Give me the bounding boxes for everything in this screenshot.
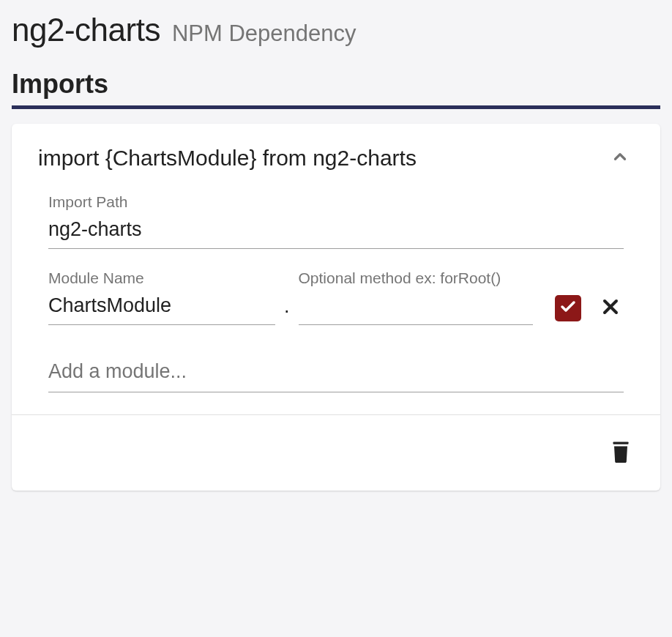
confirm-button[interactable] xyxy=(555,295,581,321)
module-row: Module Name . Optional method ex: forRoo… xyxy=(48,269,624,325)
import-path-label: Import Path xyxy=(48,193,624,211)
import-summary: import {ChartsModule} from ng2-charts xyxy=(38,146,417,171)
collapse-button[interactable] xyxy=(606,143,634,173)
package-name: ng2-charts xyxy=(12,12,160,48)
module-name-field: Module Name xyxy=(48,269,275,325)
chevron-up-icon xyxy=(611,147,630,168)
card-footer xyxy=(12,414,660,491)
optional-method-input[interactable] xyxy=(299,291,533,325)
import-card: import {ChartsModule} from ng2-charts Im… xyxy=(12,124,660,491)
add-module-field xyxy=(48,354,624,392)
check-icon xyxy=(559,298,577,318)
import-path-field: Import Path xyxy=(48,193,624,249)
optional-method-field: Optional method ex: forRoot() xyxy=(299,269,533,325)
add-module-input[interactable] xyxy=(48,354,624,392)
svg-rect-2 xyxy=(613,442,629,444)
package-subtitle: NPM Dependency xyxy=(172,21,356,47)
separator-dot: . xyxy=(284,295,290,325)
page-header: ng2-charts NPM Dependency xyxy=(12,12,660,48)
optional-method-label: Optional method ex: forRoot() xyxy=(299,269,533,287)
section-title-imports: Imports xyxy=(12,69,660,109)
import-path-input[interactable] xyxy=(48,215,624,249)
delete-button[interactable] xyxy=(608,437,634,469)
trash-icon xyxy=(608,437,634,469)
module-actions xyxy=(555,294,624,325)
card-header[interactable]: import {ChartsModule} from ng2-charts xyxy=(12,124,660,186)
card-body: Import Path Module Name . Optional metho… xyxy=(12,186,660,414)
remove-button[interactable] xyxy=(597,294,624,322)
module-name-input[interactable] xyxy=(48,291,275,325)
module-name-label: Module Name xyxy=(48,269,275,287)
close-icon xyxy=(599,295,622,321)
